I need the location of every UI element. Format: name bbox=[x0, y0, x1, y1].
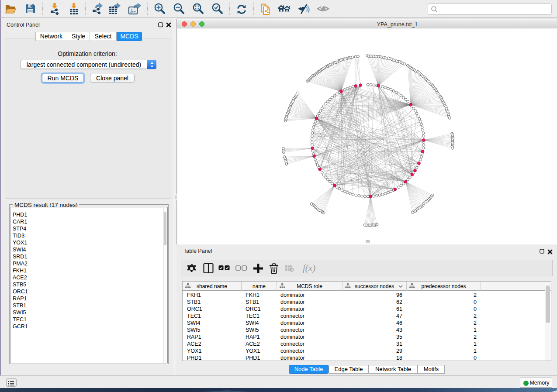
svg-text:f(x): f(x) bbox=[303, 263, 315, 273]
